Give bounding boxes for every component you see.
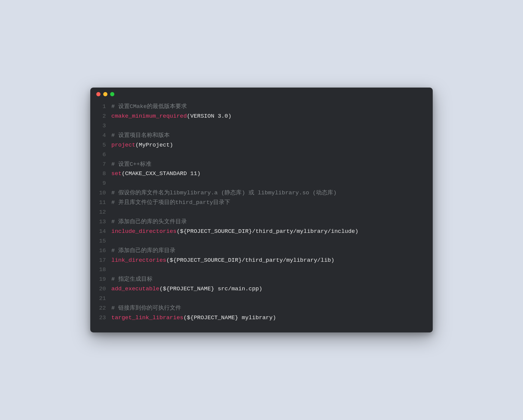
code-token: # 链接库到你的可执行文件 (111, 305, 181, 311)
code-token: (VERSION 3.0) (187, 113, 231, 119)
line-number: 9 (96, 179, 106, 188)
code-line: 20add_executable(${PROJECT_NAME} src/mai… (96, 284, 427, 294)
code-token: (${PROJECT_SOURCE_DIR}/third_party/mylib… (166, 257, 334, 264)
code-line: 23target_link_libraries(${PROJECT_NAME} … (96, 313, 427, 323)
code-token: # 添加自己的库的头文件目录 (111, 218, 187, 225)
code-line: 8set(CMAKE_CXX_STANDARD 11) (96, 169, 427, 179)
code-line: 4# 设置项目名称和版本 (96, 131, 427, 141)
code-token: # 假设你的库文件名为libmylibrary.a (静态库) 或 libmyl… (111, 190, 337, 196)
line-content: target_link_libraries(${PROJECT_NAME} my… (111, 313, 427, 323)
line-number: 10 (96, 188, 106, 198)
line-content: # 指定生成目标 (111, 275, 427, 284)
line-content (111, 265, 427, 275)
code-token: link_directories (111, 257, 166, 264)
code-line: 6 (96, 150, 427, 160)
code-line: 2cmake_minimum_required(VERSION 3.0) (96, 112, 427, 121)
line-content (111, 121, 427, 131)
line-number: 7 (96, 160, 106, 169)
code-line: 21 (96, 294, 427, 304)
line-number: 15 (96, 236, 106, 246)
line-number: 20 (96, 284, 106, 294)
line-number: 1 (96, 102, 106, 112)
code-token: add_executable (111, 286, 159, 292)
line-content: project(MyProject) (111, 141, 427, 150)
line-content: set(CMAKE_CXX_STANDARD 11) (111, 169, 427, 179)
line-number: 13 (96, 217, 106, 227)
terminal-window: 1# 设置CMake的最低版本要求2cmake_minimum_required… (90, 88, 433, 332)
line-content: # 设置项目名称和版本 (111, 131, 427, 141)
line-number: 6 (96, 150, 106, 160)
line-content (111, 236, 427, 246)
code-token: (${PROJECT_NAME} src/main.cpp) (159, 286, 262, 292)
line-content: # 设置CMake的最低版本要求 (111, 102, 427, 112)
code-token: set (111, 170, 122, 177)
line-number: 12 (96, 208, 106, 217)
code-line: 18 (96, 265, 427, 275)
code-line: 22# 链接库到你的可执行文件 (96, 304, 427, 313)
code-line: 5project(MyProject) (96, 141, 427, 150)
code-line: 1# 设置CMake的最低版本要求 (96, 102, 427, 112)
code-token: (MyProject) (135, 142, 173, 148)
code-line: 11# 并且库文件位于项目的third_party目录下 (96, 198, 427, 208)
code-area[interactable]: 1# 设置CMake的最低版本要求2cmake_minimum_required… (90, 101, 433, 325)
code-line: 10# 假设你的库文件名为libmylibrary.a (静态库) 或 libm… (96, 188, 427, 198)
code-token: # 指定生成目标 (111, 276, 153, 283)
line-content (111, 179, 427, 188)
line-number: 8 (96, 169, 106, 179)
line-content: include_directories(${PROJECT_SOURCE_DIR… (111, 227, 427, 236)
line-content: # 并且库文件位于项目的third_party目录下 (111, 198, 427, 208)
code-token: (${PROJECT_SOURCE_DIR}/third_party/mylib… (177, 228, 358, 235)
code-token: # 设置项目名称和版本 (111, 132, 170, 139)
line-content: link_directories(${PROJECT_SOURCE_DIR}/t… (111, 256, 427, 265)
code-token: project (111, 142, 135, 148)
line-number: 2 (96, 112, 106, 121)
code-token: (${PROJECT_NAME} mylibrary) (183, 314, 276, 321)
code-token: # 并且库文件位于项目的third_party目录下 (111, 199, 230, 206)
code-token: # 设置CMake的最低版本要求 (111, 103, 187, 110)
line-number: 14 (96, 227, 106, 236)
line-number: 22 (96, 304, 106, 313)
line-content: # 假设你的库文件名为libmylibrary.a (静态库) 或 libmyl… (111, 188, 427, 198)
code-token: # 添加自己的库的库目录 (111, 247, 175, 254)
window-titlebar (90, 88, 433, 101)
code-token: cmake_minimum_required (111, 113, 187, 119)
code-line: 16# 添加自己的库的库目录 (96, 246, 427, 256)
code-line: 9 (96, 179, 427, 188)
minimize-icon[interactable] (103, 92, 107, 96)
line-number: 21 (96, 294, 106, 304)
line-content (111, 150, 427, 160)
code-line: 14include_directories(${PROJECT_SOURCE_D… (96, 227, 427, 236)
line-content: add_executable(${PROJECT_NAME} src/main.… (111, 284, 427, 294)
line-number: 19 (96, 275, 106, 284)
line-number: 3 (96, 121, 106, 131)
code-token: # 设置C++标准 (111, 161, 151, 168)
code-line: 17link_directories(${PROJECT_SOURCE_DIR}… (96, 256, 427, 265)
line-number: 5 (96, 141, 106, 150)
close-icon[interactable] (96, 92, 101, 96)
line-number: 17 (96, 256, 106, 265)
code-line: 7# 设置C++标准 (96, 160, 427, 169)
line-number: 11 (96, 198, 106, 208)
line-number: 4 (96, 131, 106, 141)
line-content: # 设置C++标准 (111, 160, 427, 169)
code-line: 15 (96, 236, 427, 246)
maximize-icon[interactable] (110, 92, 114, 96)
line-number: 18 (96, 265, 106, 275)
code-token: include_directories (111, 228, 177, 235)
line-content (111, 294, 427, 304)
line-content: # 添加自己的库的头文件目录 (111, 217, 427, 227)
line-content (111, 208, 427, 217)
line-content: # 链接库到你的可执行文件 (111, 304, 427, 313)
code-line: 3 (96, 121, 427, 131)
code-line: 13# 添加自己的库的头文件目录 (96, 217, 427, 227)
code-token: target_link_libraries (111, 314, 183, 321)
line-number: 16 (96, 246, 106, 256)
line-number: 23 (96, 313, 106, 323)
line-content: # 添加自己的库的库目录 (111, 246, 427, 256)
code-line: 12 (96, 208, 427, 217)
code-line: 19# 指定生成目标 (96, 275, 427, 284)
code-token: (CMAKE_CXX_STANDARD 11) (122, 170, 200, 177)
line-content: cmake_minimum_required(VERSION 3.0) (111, 112, 427, 121)
